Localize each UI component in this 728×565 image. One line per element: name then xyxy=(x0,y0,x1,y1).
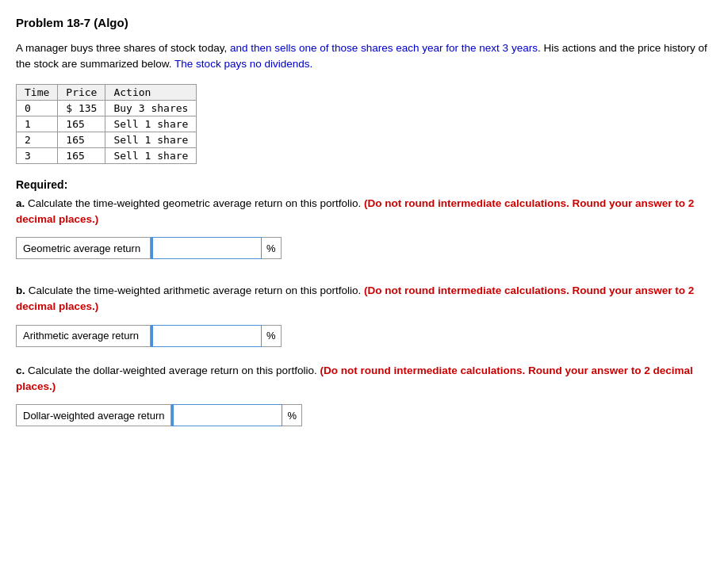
table-cell: 2 xyxy=(17,132,58,147)
col-header-action: Action xyxy=(105,84,197,100)
table-row: 1165Sell 1 share xyxy=(17,116,197,132)
arithmetic-average-input[interactable] xyxy=(151,325,262,347)
description-blue2: The stock pays no dividends. xyxy=(174,58,312,70)
table-cell: 3 xyxy=(17,147,58,163)
part-c-input-row: Dollar-weighted average return % xyxy=(16,404,712,426)
part-c-label: c. xyxy=(16,365,25,376)
table-cell: Sell 1 share xyxy=(105,116,197,132)
arithmetic-average-percent: % xyxy=(262,325,282,347)
table-row: 0$ 135Buy 3 shares xyxy=(17,100,197,116)
description-blue1: and then sells one of those shares each … xyxy=(230,42,538,54)
problem-title: Problem 18-7 (Algo) xyxy=(16,16,712,29)
question-c: c. Calculate the dollar-weighted average… xyxy=(16,363,712,427)
geometric-average-percent: % xyxy=(262,237,282,259)
question-b-text: b. Calculate the time-weighted arithmeti… xyxy=(16,283,712,315)
dollar-weighted-percent: % xyxy=(282,404,302,426)
part-a-label: a. xyxy=(16,197,25,209)
dollar-weighted-label: Dollar-weighted average return xyxy=(16,404,171,426)
question-c-text: c. Calculate the dollar-weighted average… xyxy=(16,363,712,395)
part-a-text: Calculate the time-weighted geometric av… xyxy=(25,197,364,209)
stock-data-table: Time Price Action 0$ 135Buy 3 shares1165… xyxy=(16,84,197,164)
table-row: 2165Sell 1 share xyxy=(17,132,197,147)
problem-description: A manager buys three shares of stock tod… xyxy=(16,40,712,73)
table-cell: 0 xyxy=(17,100,58,116)
part-a-input-row: Geometric average return % xyxy=(16,237,712,259)
table-cell: Sell 1 share xyxy=(105,132,197,147)
arithmetic-average-label: Arithmetic average return xyxy=(16,325,151,347)
dollar-weighted-input[interactable] xyxy=(171,404,282,426)
geometric-average-label: Geometric average return xyxy=(16,237,151,259)
geometric-average-input[interactable] xyxy=(151,237,262,259)
required-label: Required: xyxy=(16,178,712,191)
table-row: 3165Sell 1 share xyxy=(17,147,197,163)
table-cell: $ 135 xyxy=(58,100,105,116)
question-a-text: a. Calculate the time-weighted geometric… xyxy=(16,196,712,228)
part-c-text1: Calculate the dollar-weighted average re… xyxy=(25,365,320,376)
table-cell: Sell 1 share xyxy=(105,147,197,163)
description-text1: A manager buys three shares of stock tod… xyxy=(16,42,230,54)
table-cell: 1 xyxy=(17,116,58,132)
table-cell: 165 xyxy=(58,147,105,163)
part-b-input-row: Arithmetic average return % xyxy=(16,325,712,347)
table-cell: Buy 3 shares xyxy=(105,100,197,116)
part-b-label: b. xyxy=(16,284,25,296)
part-b-text: Calculate the time-weighted arithmetic a… xyxy=(25,284,364,296)
table-cell: 165 xyxy=(58,116,105,132)
question-b: b. Calculate the time-weighted arithmeti… xyxy=(16,283,712,347)
question-a: a. Calculate the time-weighted geometric… xyxy=(16,196,712,260)
col-header-price: Price xyxy=(58,84,105,100)
table-cell: 165 xyxy=(58,132,105,147)
col-header-time: Time xyxy=(17,84,58,100)
